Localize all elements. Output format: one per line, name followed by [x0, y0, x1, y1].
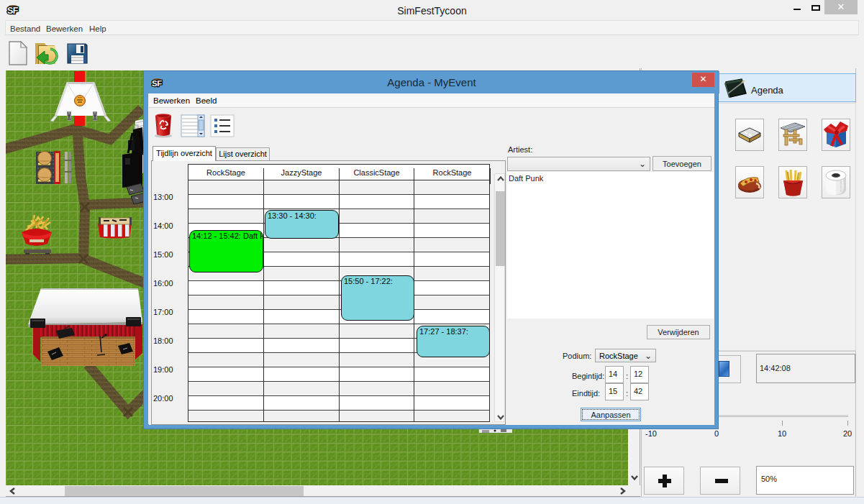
svg-text:SF: SF	[152, 79, 162, 88]
svg-text:SF: SF	[7, 6, 19, 16]
